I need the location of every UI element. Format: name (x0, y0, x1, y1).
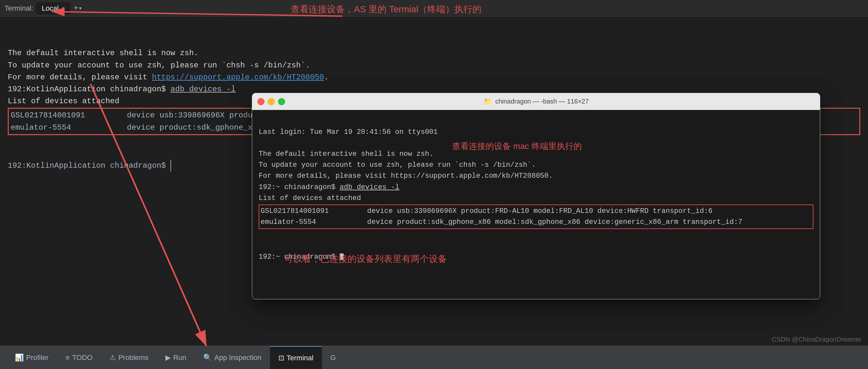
terminal-status-label: Terminal (287, 354, 314, 362)
status-problems[interactable]: ⚠ Problems (101, 346, 157, 369)
app-inspection-label: App Inspection (214, 354, 261, 362)
status-bar: 📊 Profiler ≡ TODO ⚠ Problems ▶ Run 🔍 App… (0, 346, 868, 369)
term-command: adb devices -l (170, 85, 236, 94)
terminal-icon: ⊡ (278, 354, 284, 362)
local-tab-name: Local (42, 4, 59, 12)
todo-label: TODO (72, 354, 93, 362)
mac-minimize-button[interactable] (268, 98, 275, 105)
term-prompt-end: 192:KotlinApplication chinadragon$ (8, 161, 170, 170)
cursor-block (340, 254, 344, 260)
mac-maximize-button[interactable] (278, 98, 285, 105)
status-todo[interactable]: ≡ TODO (57, 346, 101, 369)
mac-list-header: List of devices attached (259, 194, 361, 202)
term-link[interactable]: https://support.apple.com/kb/HT208050 (152, 73, 324, 81)
mac-prompt-end: 192:~ chinadragon$ (259, 253, 340, 261)
local-tab[interactable]: Local × (36, 2, 70, 14)
run-label: Run (174, 354, 186, 362)
new-tab-button[interactable]: + (73, 4, 78, 12)
watermark: CSDN @ChinaDragonDreamer (772, 336, 862, 343)
mac-device-block: GSL0217814001091 device usb:339869696X p… (259, 204, 813, 229)
mac-login-line: Last login: Tue Mar 19 20:41:56 on ttys0… (259, 128, 438, 136)
app-inspection-icon: 🔍 (203, 354, 212, 362)
profiler-label: Profiler (26, 354, 49, 362)
problems-label: Problems (119, 354, 149, 362)
tab-dropdown-button[interactable]: ▾ (79, 4, 82, 12)
mac-title: 📁 chinadragon — -bash — 116×27 (484, 97, 589, 106)
g-icon: G (330, 354, 336, 362)
status-g[interactable]: G (322, 346, 344, 369)
todo-icon: ≡ (66, 354, 70, 362)
mac-terminal-window: 📁 chinadragon — -bash — 116×27 Last logi… (252, 93, 820, 299)
folder-icon: 📁 (484, 97, 492, 106)
mac-titlebar: 📁 chinadragon — -bash — 116×27 (252, 93, 820, 110)
status-run[interactable]: ▶ Run (157, 346, 195, 369)
run-icon: ▶ (165, 354, 171, 362)
mac-title-text: chinadragon — -bash — 116×27 (495, 98, 589, 105)
terminal-label: Terminal: (4, 4, 33, 12)
mac-terminal-content: Last login: Tue Mar 19 20:41:56 on ttys0… (252, 110, 820, 299)
mac-shell-lines: The default interactive shell is now zsh… (259, 150, 553, 191)
profiler-icon: 📊 (15, 354, 24, 362)
status-terminal[interactable]: ⊡ Terminal (270, 346, 322, 369)
mac-command: adb devices -l (340, 183, 399, 191)
status-profiler[interactable]: 📊 Profiler (6, 346, 57, 369)
status-app-inspection[interactable]: 🔍 App Inspection (195, 346, 270, 369)
problems-icon: ⚠ (110, 354, 116, 362)
tab-close-button[interactable]: × (61, 5, 65, 11)
tab-bar: Terminal: Local × + ▾ (0, 0, 868, 17)
term-list-header: List of devices attached (8, 97, 120, 105)
mac-close-button[interactable] (257, 98, 265, 105)
